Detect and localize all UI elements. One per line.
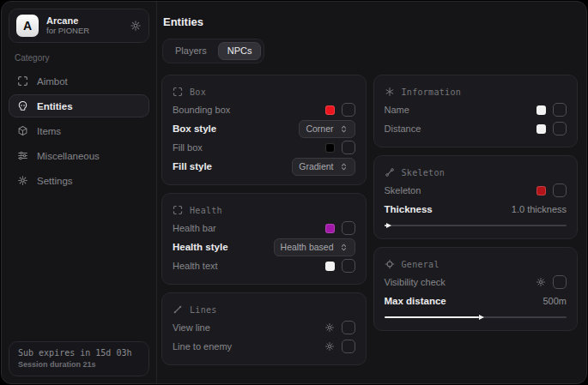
- sub-expiry-text: Sub expires in 15d 03h: [18, 348, 140, 358]
- health-bar-checkbox[interactable]: [342, 221, 355, 235]
- fill-style-row: Fill style Gradient: [173, 157, 355, 176]
- logo-letter: A: [23, 19, 32, 33]
- tab-npcs[interactable]: NPCs: [218, 42, 262, 60]
- main-panel: Entities Players NPCs Box Bounding box: [157, 2, 586, 383]
- row-label: Fill style: [173, 161, 212, 171]
- sidebar-item-label: Items: [37, 126, 61, 136]
- session-duration-text: Session duration 21s: [18, 360, 140, 369]
- line-to-enemy-row: Line to enemy: [173, 337, 355, 356]
- visibility-check-row: Visibility check: [385, 273, 567, 292]
- chevron-up-down-icon: [339, 243, 349, 252]
- general-card: General Visibility check Max distance 50…: [373, 247, 579, 331]
- dropdown-value: Health based: [281, 242, 334, 252]
- box-card-header: Box: [173, 83, 355, 100]
- sidebar-item-entities[interactable]: Entities: [9, 94, 149, 117]
- general-card-header: General: [385, 256, 567, 273]
- health-card: Health Health bar Health style Health ba…: [161, 193, 367, 285]
- sidebar-item-label: Miscellaneous: [37, 151, 100, 161]
- information-card: Information Name Distance: [373, 75, 579, 147]
- distance-row: Distance: [385, 119, 567, 138]
- sidebar-item-aimbot[interactable]: Aimbot: [9, 69, 149, 93]
- row-label: View line: [173, 322, 210, 333]
- fill-box-row: Fill box: [173, 138, 355, 157]
- diagonal-line-icon: [173, 304, 183, 315]
- sidebar-item-miscellaneous[interactable]: Miscellaneous: [9, 144, 149, 167]
- subscription-card: Sub expires in 15d 03h Session duration …: [9, 341, 149, 376]
- max-distance-slider[interactable]: [385, 313, 567, 322]
- box-style-dropdown[interactable]: Corner: [299, 120, 355, 138]
- row-label: Skeleton: [385, 185, 421, 196]
- row-label: Fill box: [173, 142, 203, 153]
- card-title: General: [402, 260, 439, 269]
- skeleton-card: Skeleton Skeleton Thickness 1.0 thicknes…: [373, 155, 579, 239]
- line-to-enemy-checkbox[interactable]: [342, 340, 355, 353]
- lines-card: Lines View line Line to enemy: [161, 292, 367, 365]
- view-line-checkbox[interactable]: [342, 321, 355, 334]
- gear-icon[interactable]: [324, 322, 335, 333]
- color-swatch[interactable]: [325, 105, 335, 115]
- chevron-up-down-icon: [339, 124, 349, 134]
- card-title: Lines: [190, 305, 217, 315]
- skeleton-checkbox[interactable]: [553, 183, 567, 197]
- sidebar-item-label: Settings: [37, 176, 73, 186]
- distance-checkbox[interactable]: [553, 122, 567, 135]
- gear-icon[interactable]: [130, 20, 142, 32]
- thickness-row: Thickness 1.0 thickness: [385, 200, 567, 219]
- visibility-check-checkbox[interactable]: [553, 275, 567, 289]
- slider-handle[interactable]: [385, 316, 480, 318]
- color-swatch[interactable]: [536, 124, 546, 134]
- chevron-up-down-icon: [339, 162, 349, 171]
- color-swatch[interactable]: [536, 186, 546, 196]
- bounding-box-checkbox[interactable]: [342, 103, 355, 117]
- max-distance-value: 500m: [543, 296, 567, 306]
- gear-icon: [17, 175, 28, 186]
- health-text-checkbox[interactable]: [342, 259, 355, 273]
- name-checkbox[interactable]: [553, 103, 567, 117]
- target-icon: [385, 259, 395, 269]
- slider-handle[interactable]: [385, 225, 386, 226]
- color-swatch[interactable]: [325, 262, 335, 271]
- scan-icon: [173, 205, 183, 215]
- row-label: Health style: [173, 242, 228, 252]
- fill-box-checkbox[interactable]: [342, 141, 355, 154]
- color-swatch[interactable]: [536, 105, 546, 115]
- row-label: Bounding box: [173, 105, 230, 115]
- scan-icon: [173, 87, 183, 97]
- card-title: Box: [190, 87, 206, 97]
- row-label: Health text: [173, 261, 218, 271]
- bone-icon: [385, 167, 395, 177]
- gear-icon[interactable]: [324, 341, 335, 352]
- skull-icon: [17, 100, 28, 111]
- card-title: Health: [190, 206, 222, 215]
- gear-icon[interactable]: [536, 277, 546, 287]
- sidebar-item-items[interactable]: Items: [9, 119, 149, 142]
- brand-card: A Arcane for PIONER: [9, 9, 149, 43]
- sidebar-item-settings[interactable]: Settings: [9, 169, 149, 192]
- fill-style-dropdown[interactable]: Gradient: [292, 158, 355, 176]
- row-label: Name: [385, 105, 409, 115]
- category-label: Category: [15, 53, 149, 63]
- row-label: Distance: [385, 123, 421, 134]
- color-swatch[interactable]: [325, 143, 335, 153]
- color-swatch[interactable]: [325, 224, 335, 233]
- view-line-row: View line: [173, 318, 355, 337]
- sidebar-item-label: Aimbot: [37, 76, 68, 87]
- dropdown-value: Gradient: [299, 161, 333, 171]
- row-label: Box style: [173, 123, 216, 134]
- sidebar-nav: Aimbot Entities Items Miscellaneous Sett…: [9, 69, 149, 341]
- app-subtitle: for PIONER: [46, 27, 122, 36]
- card-title: Skeleton: [402, 168, 446, 177]
- thickness-slider[interactable]: [385, 221, 567, 230]
- box-style-row: Box style Corner: [173, 119, 355, 138]
- health-card-header: Health: [173, 202, 355, 219]
- app-window: A Arcane for PIONER Category Aimbot Enti…: [1, 1, 587, 384]
- row-label: Visibility check: [385, 277, 446, 287]
- tune-icon: [17, 150, 28, 161]
- app-name: Arcane: [46, 15, 122, 27]
- health-style-row: Health style Health based: [173, 238, 355, 256]
- asterisk-icon: [385, 87, 395, 97]
- left-column: Box Bounding box Box style Corner: [161, 75, 367, 365]
- tab-players[interactable]: Players: [166, 42, 216, 60]
- slider-track[interactable]: [385, 225, 567, 226]
- health-style-dropdown[interactable]: Health based: [274, 238, 355, 256]
